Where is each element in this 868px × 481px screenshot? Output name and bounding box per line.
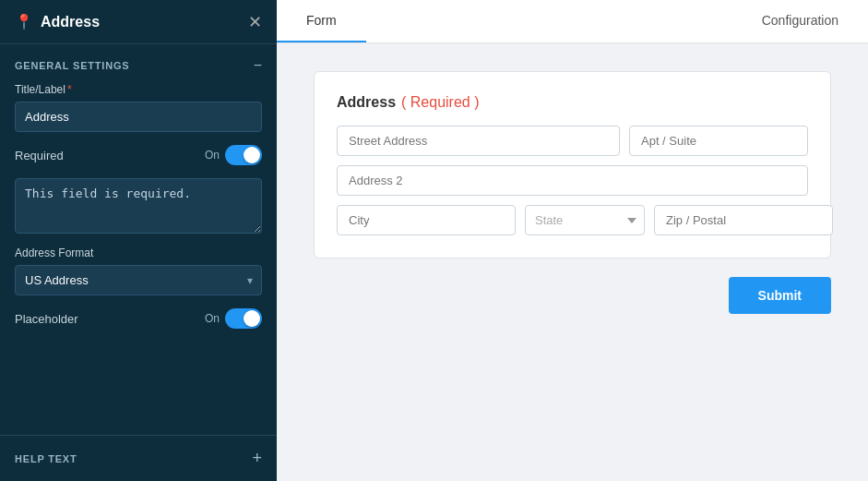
- address-format-select[interactable]: US Address International Canadian: [15, 265, 262, 295]
- sidebar-title: Address: [41, 14, 100, 30]
- placeholder-on-text: On: [205, 312, 220, 325]
- required-toggle[interactable]: [225, 145, 262, 165]
- submit-button[interactable]: Submit: [729, 277, 831, 314]
- tab-configuration[interactable]: Configuration: [732, 0, 868, 42]
- sidebar-content: Title/Label* Required On This field is r…: [0, 83, 277, 329]
- general-settings-label: GENERAL SETTINGS: [15, 60, 129, 71]
- required-label: Required: [15, 149, 64, 162]
- form-title: Address: [337, 94, 396, 111]
- title-label-field: Title/Label*: [15, 83, 262, 132]
- tab-form[interactable]: Form: [277, 0, 366, 42]
- address-row-2: [337, 165, 808, 196]
- address-row-1: [337, 126, 808, 156]
- city-input[interactable]: [337, 205, 516, 235]
- form-area: Address ( Required ) State: [277, 43, 868, 481]
- required-message-field: This field is required.: [15, 178, 262, 234]
- help-text-label: HELP TEXT: [15, 453, 77, 464]
- required-star: *: [67, 83, 72, 96]
- state-select[interactable]: State: [525, 205, 645, 235]
- zip-input[interactable]: [654, 205, 833, 235]
- location-icon: 📍: [15, 13, 33, 30]
- required-toggle-row: Required On: [15, 145, 262, 165]
- placeholder-label: Placeholder: [15, 312, 78, 326]
- address-fields: State: [337, 126, 808, 235]
- street-address-input[interactable]: [337, 126, 620, 156]
- general-settings-header: GENERAL SETTINGS −: [0, 44, 277, 83]
- submit-row: Submit: [314, 277, 831, 314]
- collapse-icon[interactable]: −: [254, 57, 262, 74]
- title-label-input[interactable]: [15, 102, 262, 132]
- sidebar-header: 📍 Address ✕: [0, 0, 277, 44]
- title-label-text: Title/Label: [15, 83, 65, 96]
- form-card: Address ( Required ) State: [314, 71, 831, 259]
- placeholder-toggle-row: Placeholder On: [15, 308, 262, 329]
- apt-suite-input[interactable]: [629, 126, 808, 156]
- placeholder-toggle[interactable]: [225, 308, 262, 329]
- close-icon[interactable]: ✕: [248, 14, 262, 30]
- required-message-input[interactable]: This field is required.: [15, 178, 262, 234]
- tabs-bar: Form Configuration: [277, 0, 868, 43]
- help-text-section: HELP TEXT +: [0, 435, 277, 481]
- address-format-field: Address Format US Address International …: [15, 247, 262, 295]
- main-content: Form Configuration Address ( Required ): [277, 0, 868, 481]
- form-required-badge: ( Required ): [401, 94, 479, 111]
- form-title-row: Address ( Required ): [337, 94, 808, 111]
- required-on-text: On: [205, 149, 220, 162]
- address-format-label: Address Format: [15, 247, 262, 259]
- sidebar: 📍 Address ✕ GENERAL SETTINGS − Title/Lab…: [0, 0, 277, 481]
- address2-input[interactable]: [337, 165, 808, 196]
- help-text-add-icon[interactable]: +: [252, 449, 262, 468]
- address-row-3: State: [337, 205, 808, 235]
